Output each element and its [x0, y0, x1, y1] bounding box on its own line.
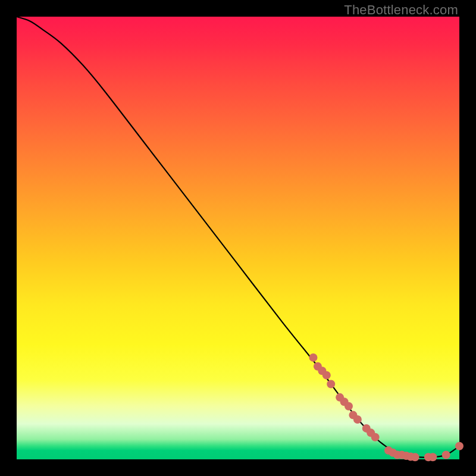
data-dots [309, 353, 464, 461]
data-dot [371, 433, 380, 441]
curve-svg [17, 17, 459, 459]
data-dot [345, 402, 353, 411]
chart-frame: TheBottleneck.com [0, 0, 476, 476]
data-dot [411, 453, 419, 461]
data-dot [327, 380, 335, 389]
data-dot [309, 353, 317, 362]
data-dot [353, 415, 362, 424]
bottleneck-curve [17, 17, 459, 458]
data-dot [442, 451, 450, 459]
data-dot [455, 442, 464, 450]
data-dot [322, 371, 331, 380]
data-dot [428, 453, 437, 461]
plot-area [17, 17, 459, 459]
watermark-text: TheBottleneck.com [344, 2, 458, 18]
